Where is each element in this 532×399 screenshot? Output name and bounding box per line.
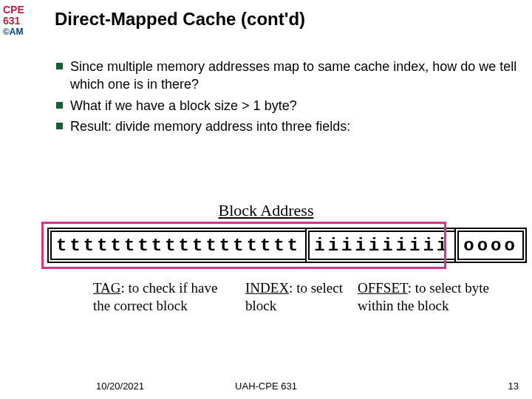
bullet-text: What if we have a block size > 1 byte? (70, 97, 517, 115)
offset-label: OFFSET: to select byte within the block (358, 279, 491, 315)
bullet-list: Since multiple memory addresses map to s… (56, 58, 517, 138)
index-label: INDEX: to select block (232, 279, 358, 315)
index-label-head: INDEX (245, 280, 289, 296)
bullet-marker-icon (56, 123, 63, 129)
bullet-marker-icon (56, 102, 63, 109)
bullet-item: What if we have a block size > 1 byte? (56, 97, 517, 115)
tag-field-box: tttttttttttttttttt (47, 228, 305, 263)
index-field-box: iiiiiiiiii (305, 228, 454, 263)
tag-label-head: TAG (93, 280, 121, 296)
address-diagram: tttttttttttttttttt iiiiiiiiii oooo (47, 228, 488, 263)
bullet-marker-icon (56, 63, 63, 69)
bullet-item: Result: divide memory address into three… (56, 117, 517, 135)
tag-label: TAG: to check if have the correct block (47, 279, 232, 315)
offset-label-head: OFFSET (358, 280, 408, 296)
footer-center: UAH-CPE 631 (0, 381, 532, 392)
bullet-text: Since multiple memory addresses map to s… (70, 58, 517, 94)
offset-field-box: oooo (454, 228, 527, 263)
block-address-label: Block Address (0, 201, 532, 220)
bullet-text: Result: divide memory address into three… (70, 117, 517, 135)
slide-title: Direct-Mapped Cache (cont'd) (55, 9, 305, 30)
course-label: CPE 631 ©AM (3, 4, 24, 37)
bullet-item: Since multiple memory addresses map to s… (56, 58, 517, 94)
footer-page-number: 13 (508, 381, 519, 392)
field-labels: TAG: to check if have the correct block … (47, 279, 491, 315)
course-line2: 631 (3, 16, 24, 27)
course-line1: CPE (3, 4, 24, 16)
course-line3: ©AM (3, 27, 24, 37)
